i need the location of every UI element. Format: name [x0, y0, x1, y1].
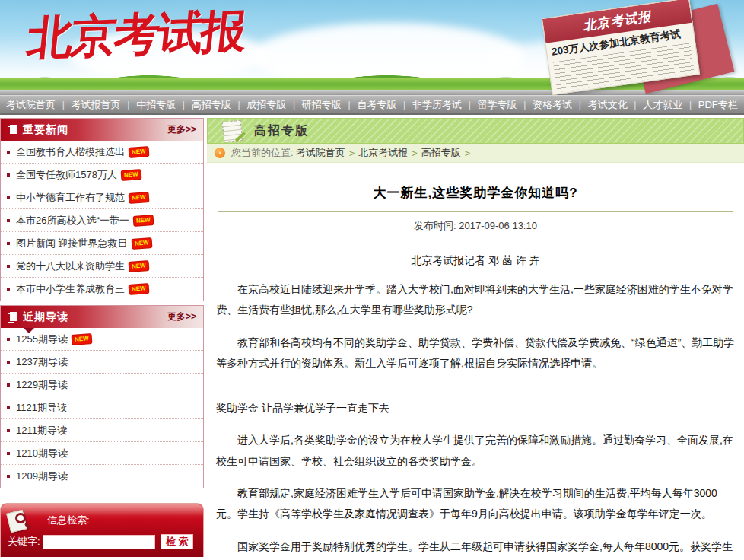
- section-title: 高招专版: [254, 123, 309, 139]
- breadcrumb-prefix: 您当前的位置:: [231, 146, 294, 160]
- nav-separator: |: [237, 100, 240, 110]
- breadcrumb-arrow-icon: [215, 148, 225, 158]
- article-paragraph: 教育部规定,家庭经济困难学生入学后可申请国家助学金,解决在校学习期间的生活费,平…: [216, 483, 735, 525]
- news-list-item[interactable]: 全国教书育人楷模推选出NEW: [1, 141, 203, 164]
- guide-list-item[interactable]: 1237期导读: [1, 351, 203, 374]
- guide-list-item[interactable]: 1209期导读: [1, 465, 203, 488]
- nav-separator: |: [183, 100, 185, 110]
- nav-item-liuxue[interactable]: 留学专版: [478, 98, 517, 112]
- nav-item-jiuye[interactable]: 人才就业: [643, 98, 682, 112]
- nav-separator: |: [403, 100, 405, 110]
- nav-item-zhongzhao[interactable]: 中招专版: [136, 98, 176, 112]
- nav-separator: |: [127, 100, 129, 110]
- bullet-icon: [7, 288, 10, 291]
- article-paragraph: 教育部和各高校均有不同的奖助学金、助学贷款、学费补偿、贷款代偿及学费减免、“绿色…: [216, 332, 735, 374]
- breadcrumb-separator: >: [349, 148, 355, 159]
- news-list-item[interactable]: 党的十八大以来资助学生NEW: [1, 255, 203, 278]
- bullet-icon: [7, 452, 10, 455]
- bullet-icon: [7, 361, 10, 364]
- article-author: 北京考试报记者 邓 菡 许 卉: [216, 254, 735, 268]
- guide-list-item[interactable]: 1211期导读: [1, 419, 203, 442]
- recent-guide-panel: 近期导读 更多>> 1255期导读NEW 1237期导读 1229期导读 112…: [0, 305, 204, 488]
- bullet-icon: [7, 406, 10, 409]
- recent-guide-more-link[interactable]: 更多>>: [167, 310, 196, 323]
- article-paragraph: 在京高校近日陆续迎来开学季。踏入大学校门,面对即将到来的大学生活,一些家庭经济困…: [216, 279, 735, 321]
- nav-item-gaozhao[interactable]: 高招专版: [192, 98, 231, 112]
- bullet-icon: [7, 265, 10, 268]
- nav-item-pdf[interactable]: PDF专栏: [698, 98, 738, 112]
- nav-separator: |: [469, 100, 471, 110]
- nav-separator: |: [348, 100, 351, 110]
- site-logo[interactable]: 北京考试报: [24, 1, 247, 70]
- breadcrumb-link-home[interactable]: 考试院首页: [296, 146, 345, 160]
- nav-item-wenhua[interactable]: 考试文化: [588, 98, 628, 112]
- news-list-item[interactable]: 全国专任教师1578万人NEW: [1, 164, 203, 186]
- nav-separator: |: [293, 100, 295, 110]
- notepad-icon: [222, 119, 243, 142]
- nav-item-feixueli[interactable]: 非学历考试: [412, 98, 462, 112]
- article-subheading: 奖助学金 让品学兼优学子一直走下去: [216, 398, 735, 418]
- new-badge: NEW: [129, 261, 148, 271]
- pages-icon: [8, 312, 15, 322]
- article-paragraph: 国家奖学金用于奖励特别优秀的学生。学生从二年级起可申请获得国家奖学金,每人每年8…: [216, 536, 735, 557]
- article-title: 大一新生,这些奖助学金你知道吗?: [216, 184, 735, 202]
- keyword-label: 关键字:: [8, 535, 40, 549]
- bullet-icon: [7, 338, 10, 341]
- recent-guide-title: 近期导读: [23, 310, 68, 324]
- important-news-more-link[interactable]: 更多>>: [167, 123, 196, 136]
- bullet-icon: [7, 219, 10, 222]
- pages-icon: [8, 125, 15, 135]
- bullet-icon: [7, 151, 10, 154]
- new-badge: NEW: [122, 170, 141, 180]
- breadcrumb: 您当前的位置: 考试院首页 > 北京考试报 > 高招专版 >: [207, 144, 744, 163]
- important-news-header: 重要新闻 更多>>: [1, 119, 203, 141]
- nav-separator: |: [634, 100, 636, 110]
- breadcrumb-link-section[interactable]: 高招专版: [421, 146, 461, 160]
- news-list-item[interactable]: 本市26所高校入选“一带一NEW: [1, 209, 203, 232]
- newspaper-thumbnail: 北京考试报 北京考试报 203万人次参加北京教育考试: [546, 3, 727, 91]
- nav-item-yanzhao[interactable]: 研招专版: [302, 98, 342, 112]
- news-list-item[interactable]: 图片新闻 迎接世界急救日NEW: [1, 232, 203, 255]
- bullet-icon: [7, 475, 10, 478]
- new-badge: NEW: [129, 192, 148, 202]
- new-badge: NEW: [129, 284, 148, 294]
- breadcrumb-link-paper[interactable]: 北京考试报: [358, 146, 408, 160]
- important-news-panel: 重要新闻 更多>> 全国教书育人楷模推选出NEW 全国专任教师1578万人NEW…: [0, 118, 204, 301]
- guide-list-item[interactable]: 1210期导读: [1, 442, 203, 465]
- publish-time: 发布时间: 2017-09-06 13:10: [216, 219, 735, 233]
- nav-item-exam-institute-home[interactable]: 考试院首页: [6, 98, 56, 112]
- nav-item-zikao[interactable]: 自考专版: [357, 98, 396, 112]
- main-content: 高招专版 您当前的位置: 考试院首页 > 北京考试报 > 高招专版 > 大一新生…: [207, 118, 744, 557]
- recent-guide-header: 近期导读 更多>>: [1, 306, 203, 328]
- guide-list-item[interactable]: 1121期导读: [1, 396, 203, 419]
- search-button[interactable]: 检 索: [161, 534, 194, 549]
- info-search-panel: 信息检索: 关键字: 检 索: [0, 503, 204, 557]
- search-icon: [8, 510, 31, 533]
- nav-separator: |: [523, 100, 526, 110]
- bullet-icon: [7, 196, 10, 199]
- nav-item-zige[interactable]: 资格考试: [533, 98, 572, 112]
- sidebar: 重要新闻 更多>> 全国教书育人楷模推选出NEW 全国专任教师1578万人NEW…: [0, 118, 204, 557]
- news-list-item[interactable]: 中小学德育工作有了规范NEW: [1, 186, 203, 209]
- keyword-input[interactable]: [43, 535, 155, 549]
- nav-separator: |: [62, 100, 65, 110]
- nav-item-chengzhao[interactable]: 成招专版: [246, 98, 286, 112]
- nav-separator: |: [579, 100, 581, 110]
- bullet-icon: [7, 242, 10, 245]
- guide-list-item[interactable]: 1229期导读: [1, 374, 203, 396]
- new-badge: NEW: [132, 238, 151, 248]
- title-divider: [218, 211, 733, 212]
- new-badge: NEW: [72, 334, 91, 344]
- info-search-title: 信息检索:: [47, 514, 196, 527]
- bullet-icon: [7, 429, 10, 432]
- bullet-icon: [7, 173, 10, 177]
- article: 大一新生,这些奖助学金你知道吗? 发布时间: 2017-09-06 13:10 …: [207, 163, 744, 557]
- nav-separator: |: [689, 100, 692, 110]
- nav-item-exam-news-home[interactable]: 考试报首页: [72, 98, 121, 112]
- site-banner: 北京考试报 北京考试报 北京考试报 203万人次参加北京教育考试: [0, 0, 744, 95]
- breadcrumb-separator: >: [412, 148, 418, 159]
- news-list-item[interactable]: 本市中小学生养成教育三NEW: [1, 278, 203, 301]
- breadcrumb-separator: >: [465, 148, 471, 159]
- new-badge: NEW: [133, 215, 152, 225]
- important-news-title: 重要新闻: [23, 123, 68, 137]
